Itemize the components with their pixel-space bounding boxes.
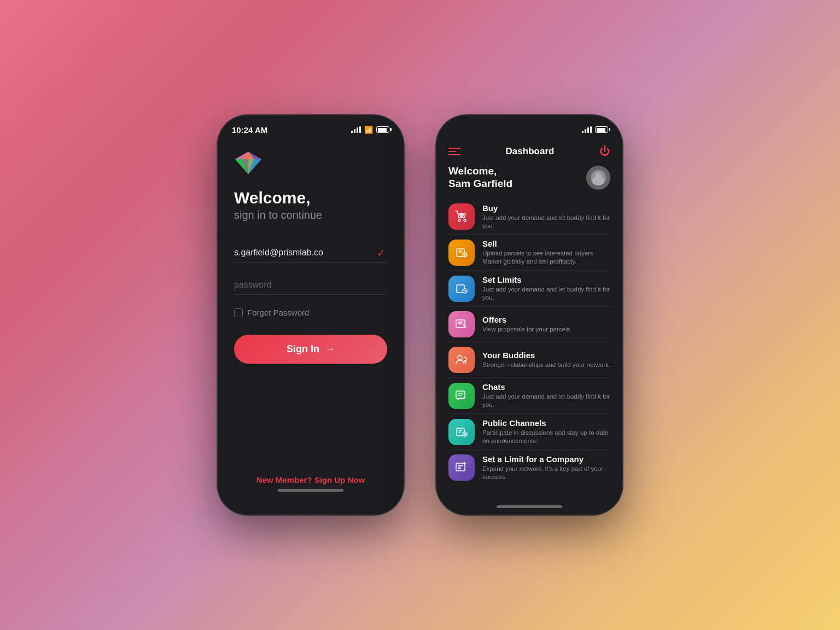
menu-list: Buy Just add your demand and let buddy f… xyxy=(445,199,614,486)
new-member-text: New Member? Sign Up Now xyxy=(234,464,387,485)
dash-battery-icon xyxy=(595,126,608,133)
status-icons: 📶 xyxy=(351,126,389,134)
login-phone: 10:24 AM 📶 xyxy=(218,115,404,515)
menu-label-chats: Chats xyxy=(482,382,610,392)
forgot-row[interactable]: Forget Password xyxy=(234,308,387,317)
menu-item-public-channels[interactable]: Public Channels Participate in discussio… xyxy=(445,414,614,450)
menu-item-buy[interactable]: Buy Just add your demand and let buddy f… xyxy=(445,199,614,235)
avatar[interactable] xyxy=(586,166,610,190)
signin-button[interactable]: Sign In → xyxy=(234,335,387,364)
menu-label-public-channels: Public Channels xyxy=(482,418,610,428)
dashboard-phone: 9:41 xyxy=(436,115,622,515)
menu-desc-offers: View proposals for your parcels xyxy=(482,325,570,334)
greeting-username: Sam Garfield xyxy=(448,178,512,190)
email-field[interactable] xyxy=(234,243,387,262)
menu-text-set-limits: Set Limits Just add your demand and let … xyxy=(482,275,610,302)
password-field[interactable] xyxy=(234,276,387,295)
login-content: Welcome, sign in to continue ✓ Forget Pa… xyxy=(218,139,404,515)
menu-desc-sell: Upload parcels to see interested buyers.… xyxy=(482,249,610,266)
menu-item-set-limits[interactable]: Set Limits Just add your demand and let … xyxy=(445,271,614,307)
arrow-icon: → xyxy=(325,343,335,355)
menu-item-offers[interactable]: Offers View proposals for your parcels xyxy=(445,307,614,342)
menu-item-your-buddies[interactable]: Your Buddies Stronger relationships and … xyxy=(445,342,614,378)
menu-item-chats[interactable]: Chats Just add your demand and let buddy… xyxy=(445,378,614,414)
signup-link[interactable]: Sign Up Now xyxy=(314,475,365,485)
login-screen: 10:24 AM 📶 xyxy=(218,115,404,515)
avatar-image xyxy=(591,170,606,185)
svg-rect-18 xyxy=(456,391,465,399)
new-member-label: New Member? xyxy=(256,475,312,485)
power-icon[interactable]: ⏻ xyxy=(599,145,610,158)
svg-point-9 xyxy=(458,219,460,221)
dashboard-content: Welcome, Sam Garfield Buy Just add your … xyxy=(436,165,622,501)
dash-status-icons xyxy=(582,126,608,133)
forgot-checkbox[interactable] xyxy=(234,308,243,317)
menu-text-set-limit-company: Set a Limit for a Company Expand your ne… xyxy=(482,454,610,481)
dashboard-header: Dashboard ⏻ xyxy=(436,139,622,165)
menu-label-offers: Offers xyxy=(482,315,570,324)
user-row: Welcome, Sam Garfield xyxy=(445,165,614,190)
menu-text-offers: Offers View proposals for your parcels xyxy=(482,315,570,334)
dashboard-status-bar: 9:41 xyxy=(436,115,622,139)
welcome-subtext: sign in to continue xyxy=(234,209,387,221)
welcome-heading: Welcome, xyxy=(234,189,387,207)
svg-point-10 xyxy=(464,219,466,221)
menu-item-set-limit-company[interactable]: Set a Limit for a Company Expand your ne… xyxy=(445,450,614,486)
menu-icon-chats xyxy=(448,383,475,409)
diamond-logo xyxy=(234,150,262,176)
phones-container: 10:24 AM 📶 xyxy=(196,94,644,536)
user-greeting: Welcome, Sam Garfield xyxy=(448,165,512,190)
menu-text-buy: Buy Just add your demand and let buddy f… xyxy=(482,203,610,230)
form-area: ✓ Forget Password Sign In → xyxy=(234,243,387,464)
forgot-label: Forget Password xyxy=(247,308,309,317)
email-group: ✓ xyxy=(234,243,387,262)
menu-icon-public-channels xyxy=(448,419,475,445)
svg-point-17 xyxy=(458,355,462,360)
battery-icon xyxy=(376,126,389,133)
menu-label-your-buddies: Your Buddies xyxy=(482,351,610,360)
menu-desc-set-limits: Just add your demand and let buddy find … xyxy=(482,285,610,302)
menu-label-sell: Sell xyxy=(482,239,610,248)
menu-desc-buy: Just add your demand and let buddy find … xyxy=(482,214,610,230)
greeting-line1: Welcome, xyxy=(448,165,512,178)
signin-label: Sign In xyxy=(287,343,319,355)
welcome-text: Welcome, sign in to continue xyxy=(234,189,387,221)
menu-label-buy: Buy xyxy=(482,203,610,213)
menu-icon-offers xyxy=(448,311,475,337)
dash-signal-icon xyxy=(582,126,592,133)
wifi-icon: 📶 xyxy=(364,126,373,134)
menu-icon-set-limit-company xyxy=(448,454,475,481)
menu-button[interactable] xyxy=(448,148,460,155)
menu-text-public-channels: Public Channels Participate in discussio… xyxy=(482,418,610,445)
status-time: 10:24 AM xyxy=(232,125,267,135)
menu-label-set-limits: Set Limits xyxy=(482,275,610,284)
dashboard-screen: 9:41 xyxy=(436,115,622,515)
status-bar: 10:24 AM 📶 xyxy=(218,115,404,139)
menu-desc-set-limit-company: Expand your network. It's a key part of … xyxy=(482,465,610,481)
menu-desc-your-buddies: Stronger relationships and build your ne… xyxy=(482,361,610,369)
home-bar xyxy=(278,489,343,492)
menu-icon-sell xyxy=(448,240,475,266)
menu-item-sell[interactable]: Sell Upload parcels to see interested bu… xyxy=(445,235,614,271)
menu-text-sell: Sell Upload parcels to see interested bu… xyxy=(482,239,610,266)
dashboard-title: Dashboard xyxy=(506,146,555,157)
dash-home-bar xyxy=(497,505,562,508)
logo-area xyxy=(234,150,387,178)
check-icon: ✓ xyxy=(377,247,385,259)
menu-icon-buy xyxy=(448,203,475,230)
menu-text-chats: Chats Just add your demand and let buddy… xyxy=(482,382,610,409)
menu-icon-set-limits xyxy=(448,276,475,302)
menu-desc-chats: Just add your demand and let buddy find … xyxy=(482,393,610,409)
menu-label-set-limit-company: Set a Limit for a Company xyxy=(482,454,610,464)
menu-desc-public-channels: Participate in discussions and stay up t… xyxy=(482,429,610,445)
signal-icon xyxy=(351,126,361,133)
password-group xyxy=(234,276,387,295)
menu-icon-your-buddies xyxy=(448,347,475,373)
menu-text-your-buddies: Your Buddies Stronger relationships and … xyxy=(482,351,610,369)
